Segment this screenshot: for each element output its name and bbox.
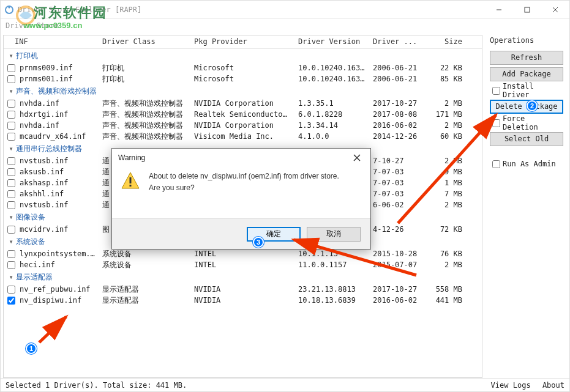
cell-size: 7 MB <box>423 188 466 200</box>
cell-inf: nvstusb.inf <box>20 155 99 167</box>
grid-header[interactable]: INF Driver Class Pkg Provider Driver Ver… <box>4 35 482 49</box>
about-link[interactable]: About <box>542 381 564 390</box>
cell-class: 系统设备 <box>99 258 190 272</box>
cell-inf: prnms009.inf <box>20 62 99 74</box>
row-checkbox-input[interactable] <box>7 75 15 83</box>
row-checkbox[interactable] <box>7 179 17 187</box>
group-header[interactable]: ▾显示适配器 <box>4 270 482 284</box>
menu-driver-store[interactable]: Driver Store <box>6 21 59 30</box>
cell-version: 4.1.0.0 <box>294 130 369 142</box>
run-as-admin-input[interactable] <box>492 160 500 168</box>
cell-inf: mcvidrv.inf <box>20 223 99 235</box>
row-checkbox-input[interactable] <box>7 168 15 176</box>
table-row[interactable]: prnms001.inf打印机Microsoft10.0.10240.16384… <box>4 73 482 84</box>
cell-version: 1.3.35.1 <box>294 97 369 109</box>
row-checkbox[interactable] <box>7 297 17 305</box>
row-checkbox-input[interactable] <box>7 64 15 72</box>
row-checkbox-input[interactable] <box>7 226 15 234</box>
cell-size: 171 MB <box>423 108 466 120</box>
row-checkbox-input[interactable] <box>7 179 15 187</box>
minimize-button[interactable] <box>485 1 513 19</box>
row-checkbox-input[interactable] <box>7 286 15 294</box>
row-checkbox[interactable] <box>7 64 17 72</box>
row-checkbox-input[interactable] <box>7 261 15 269</box>
col-class[interactable]: Driver Class <box>99 35 190 48</box>
row-checkbox[interactable] <box>7 133 17 141</box>
cell-version: 23.21.13.8813 <box>294 283 369 295</box>
group-header[interactable]: ▾打印机 <box>4 49 482 62</box>
table-row[interactable]: lynxpointsystem.inf系统设备INTEL10.1.1.13201… <box>4 248 482 259</box>
table-row[interactable]: heci.inf系统设备INTEL11.0.0.11572015-07-072 … <box>4 259 482 270</box>
cell-inf: mcaudrv_x64.inf <box>20 130 99 142</box>
step-badge-1: 1 <box>26 343 37 354</box>
dialog-message: About to delete nv_dispiwu.inf (oem2.inf… <box>149 171 339 218</box>
force-deletion-input[interactable] <box>492 119 500 127</box>
row-checkbox-input[interactable] <box>7 122 15 130</box>
row-checkbox-input[interactable] <box>7 133 15 141</box>
table-row[interactable]: nv_dispiwu.inf显示适配器NVIDIA10.18.13.683920… <box>4 295 482 306</box>
row-checkbox-input[interactable] <box>7 297 15 305</box>
dialog-close-button[interactable] <box>347 151 367 165</box>
view-logs-link[interactable]: View Logs <box>491 381 531 390</box>
cell-inf: nv_ref_pubwu.inf <box>20 283 99 295</box>
install-driver-input[interactable] <box>492 87 500 95</box>
collapse-icon: ▾ <box>7 273 15 281</box>
cell-class: 打印机 <box>99 72 190 86</box>
cell-date: 2006-06-21 <box>369 73 423 85</box>
cell-date: 7-07-03 <box>369 188 423 200</box>
col-size[interactable]: Size <box>423 35 466 48</box>
cell-date: 2016-06-02 <box>369 294 423 306</box>
table-row[interactable]: nv_ref_pubwu.inf显示适配器NVIDIA23.21.13.8813… <box>4 284 482 295</box>
table-row[interactable]: nvhda.inf声音、视频和游戏控制器NVIDIA Corporation1.… <box>4 98 482 109</box>
dialog-title: Warning <box>118 153 145 162</box>
select-old-button[interactable]: Select Old <box>490 132 563 146</box>
row-checkbox-input[interactable] <box>7 111 15 119</box>
refresh-button[interactable]: Refresh <box>490 51 563 65</box>
close-button[interactable] <box>541 1 569 19</box>
row-checkbox-input[interactable] <box>7 201 15 209</box>
row-checkbox[interactable] <box>7 122 17 130</box>
run-as-admin-checkbox[interactable]: Run As Admin <box>490 157 564 171</box>
run-as-admin-label: Run As Admin <box>503 160 556 168</box>
group-header[interactable]: ▾声音、视频和游戏控制器 <box>4 84 482 98</box>
col-provider[interactable]: Pkg Provider <box>190 35 294 48</box>
collapse-icon: ▾ <box>7 51 15 60</box>
row-checkbox-input[interactable] <box>7 157 15 165</box>
cell-class: 声音、视频和游戏控制器 <box>99 130 190 144</box>
row-checkbox[interactable] <box>7 226 17 234</box>
cell-inf: heci.inf <box>20 259 99 271</box>
install-driver-checkbox[interactable]: Install Driver <box>490 84 564 97</box>
row-checkbox[interactable] <box>7 261 17 269</box>
table-row[interactable]: mcaudrv_x64.inf声音、视频和游戏控制器Visicom Media … <box>4 131 482 142</box>
add-package-button[interactable]: Add Package <box>490 67 563 81</box>
col-date[interactable]: Driver ... <box>369 35 423 48</box>
row-checkbox-input[interactable] <box>7 250 15 258</box>
table-row[interactable]: hdxrtgi.inf声音、视频和游戏控制器Realtek Semiconduc… <box>4 109 482 120</box>
table-row[interactable]: nvhda.inf声音、视频和游戏控制器NVIDIA Corporation1.… <box>4 120 482 131</box>
cell-size: 2 MB <box>423 97 466 109</box>
row-checkbox[interactable] <box>7 100 17 108</box>
collapse-icon: ▾ <box>7 144 15 153</box>
row-checkbox[interactable] <box>7 286 17 294</box>
cell-provider: INTEL <box>190 248 294 260</box>
row-checkbox[interactable] <box>7 75 17 83</box>
row-checkbox-input[interactable] <box>7 100 15 108</box>
force-deletion-checkbox[interactable]: Force Deletion <box>490 116 564 130</box>
cell-date: 2017-10-27 <box>369 97 423 109</box>
row-checkbox-input[interactable] <box>7 190 15 198</box>
col-inf[interactable]: INF <box>4 35 99 48</box>
row-checkbox[interactable] <box>7 250 17 258</box>
group-name: 图像设备 <box>16 212 45 223</box>
cell-class: 显示适配器 <box>99 294 190 308</box>
row-checkbox[interactable] <box>7 111 17 119</box>
dialog-cancel-button[interactable]: 取消 <box>307 227 361 242</box>
row-checkbox[interactable] <box>7 168 17 176</box>
cell-version: 1.3.34.14 <box>294 119 369 131</box>
maximize-button[interactable] <box>513 1 541 19</box>
row-checkbox[interactable] <box>7 190 17 198</box>
row-checkbox[interactable] <box>7 201 17 209</box>
table-row[interactable]: prnms009.inf打印机Microsoft10.0.10240.16384… <box>4 62 482 73</box>
svg-rect-2 <box>525 7 530 12</box>
row-checkbox[interactable] <box>7 157 17 165</box>
col-version[interactable]: Driver Version <box>294 35 369 48</box>
